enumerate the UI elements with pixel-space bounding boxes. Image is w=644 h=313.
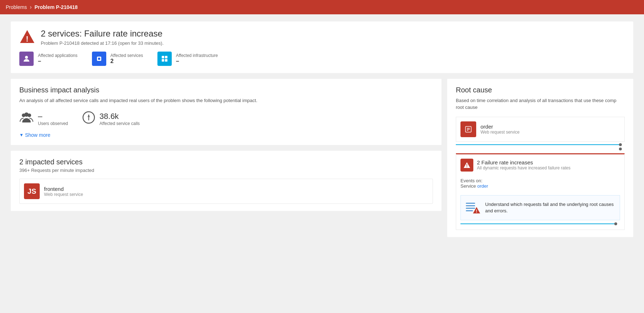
affected-row: Affected applications – Affected service… — [19, 52, 625, 66]
understand-box[interactable]: ! Understand which requests fail and the… — [460, 195, 620, 220]
business-impact-desc: An analysis of all affected service call… — [19, 97, 433, 104]
affected-infrastructure[interactable]: Affected infrastructure – — [157, 52, 218, 66]
svg-rect-4 — [98, 58, 100, 60]
root-cause-desc: Based on time correlation and analysis o… — [456, 97, 625, 111]
impacted-services-subtitle: 396+ Requests per minute impacted — [19, 168, 433, 173]
svg-rect-19 — [466, 203, 475, 204]
problem-header-card: ! 2 services: Failure rate increase Prob… — [11, 21, 633, 73]
affected-apps-info: Affected applications – — [38, 53, 78, 64]
affected-services-info: Affected services 2 — [111, 53, 143, 64]
failure-subtitle: All dynamic requests have increased fail… — [477, 165, 570, 170]
impacted-services-title: 2 impacted services — [19, 158, 433, 166]
failure-info: 2 Failure rate increases All dynamic req… — [477, 159, 570, 170]
svg-point-2 — [25, 56, 28, 59]
timeline-row-1 — [456, 143, 622, 146]
events-service-row: Service order — [460, 183, 620, 189]
root-service-icon — [460, 121, 476, 137]
affected-applications[interactable]: Affected applications – — [19, 52, 78, 66]
affected-calls-stat: 38.6k Affected service calls — [82, 111, 140, 126]
bottom-timeline — [460, 222, 617, 225]
timeline-dot-2 — [619, 148, 622, 150]
failure-rate-card: ! 2 Failure rate increases All dynamic r… — [456, 153, 625, 230]
chevron-down-icon: ▼ — [19, 133, 24, 138]
svg-rect-6 — [165, 56, 167, 58]
users-observed-label: Users observed — [38, 121, 68, 126]
events-section: Events on: Service order — [460, 174, 620, 192]
breadcrumb-bar: Problems › Problem P-210418 — [0, 0, 644, 14]
left-column: Business impact analysis An analysis of … — [11, 79, 441, 237]
impacted-services-card: 2 impacted services 396+ Requests per mi… — [11, 151, 441, 211]
affected-infra-value: – — [176, 58, 218, 64]
understand-text: Understand which requests fail and the u… — [485, 201, 615, 214]
users-observed-value: – — [38, 112, 68, 121]
bottom-line — [460, 223, 614, 224]
affected-services-label: Affected services — [111, 53, 143, 58]
stats-row: – Users observed — [19, 111, 433, 126]
problem-title: 2 services: Failure rate increase — [41, 29, 164, 39]
affected-infra-icon — [157, 52, 172, 66]
timeline-dot-1 — [619, 143, 622, 146]
bottom-dot — [614, 222, 617, 225]
root-service-wrapper: order Web request service — [456, 117, 625, 150]
problem-title-text: 2 services: Failure rate increase Proble… — [41, 29, 164, 46]
breadcrumb-problems[interactable]: Problems — [6, 4, 27, 10]
timeline-line — [456, 144, 619, 145]
service-item-frontend[interactable]: JS frontend Web request service — [19, 179, 433, 204]
svg-rect-7 — [162, 59, 164, 62]
svg-rect-5 — [162, 56, 164, 58]
affected-infra-label: Affected infrastructure — [176, 53, 218, 58]
root-cause-panel: Root cause Based on time correlation and… — [447, 79, 633, 237]
affected-services-value: 2 — [111, 58, 143, 64]
calls-icon — [82, 111, 95, 126]
service-label: Service — [460, 183, 476, 189]
root-service-name: order — [480, 124, 519, 130]
svg-rect-22 — [466, 210, 473, 211]
service-info: frontend Web request service — [44, 186, 83, 197]
failure-title: 2 Failure rate increases — [477, 159, 570, 165]
understand-icon: ! — [465, 200, 481, 216]
svg-text:!: ! — [26, 34, 28, 43]
service-name-frontend: frontend — [44, 186, 83, 192]
events-on-label: Events on: — [460, 178, 620, 183]
breadcrumb-current: Problem P-210418 — [34, 4, 78, 10]
breadcrumb-separator: › — [30, 4, 31, 10]
svg-point-11 — [24, 112, 29, 117]
service-icon-frontend: JS — [24, 183, 40, 199]
affected-infra-info: Affected infrastructure – — [176, 53, 218, 64]
main-content: ! 2 services: Failure rate increase Prob… — [0, 14, 644, 244]
affected-calls-value: 38.6k — [99, 112, 140, 121]
events-service-link[interactable]: order — [477, 183, 488, 189]
users-icon — [19, 112, 34, 126]
affected-calls-label: Affected service calls — [99, 121, 140, 126]
two-col-layout: Business impact analysis An analysis of … — [11, 79, 633, 237]
users-observed-stat: – Users observed — [19, 111, 68, 126]
affected-services-icon — [92, 52, 106, 66]
failure-icon: ! — [460, 159, 473, 172]
show-more-button[interactable]: ▼ Show more — [19, 132, 433, 138]
affected-services[interactable]: Affected services 2 — [92, 52, 143, 66]
svg-text:!: ! — [476, 209, 477, 214]
failure-header: ! 2 Failure rate increases All dynamic r… — [460, 159, 620, 172]
svg-text:!: ! — [466, 163, 468, 168]
svg-rect-20 — [466, 205, 475, 206]
business-impact-card: Business impact analysis An analysis of … — [11, 79, 441, 145]
timeline-row-2 — [456, 148, 622, 150]
affected-apps-value: – — [38, 58, 78, 64]
warning-icon: ! — [19, 29, 35, 44]
root-service-info: order Web request service — [480, 124, 519, 135]
svg-rect-8 — [165, 59, 167, 62]
problem-subtitle: Problem P-210418 detected at 17:16 (open… — [41, 40, 164, 46]
root-service-type: Web request service — [480, 130, 519, 135]
business-impact-title: Business impact analysis — [19, 86, 433, 94]
show-more-label: Show more — [25, 132, 50, 138]
problem-title-row: ! 2 services: Failure rate increase Prob… — [19, 29, 625, 46]
affected-apps-icon — [19, 52, 34, 66]
service-type-frontend: Web request service — [44, 192, 83, 197]
root-service-order[interactable]: order Web request service — [456, 117, 625, 142]
root-cause-title: Root cause — [456, 86, 625, 94]
svg-rect-21 — [466, 208, 475, 209]
affected-apps-label: Affected applications — [38, 53, 78, 58]
